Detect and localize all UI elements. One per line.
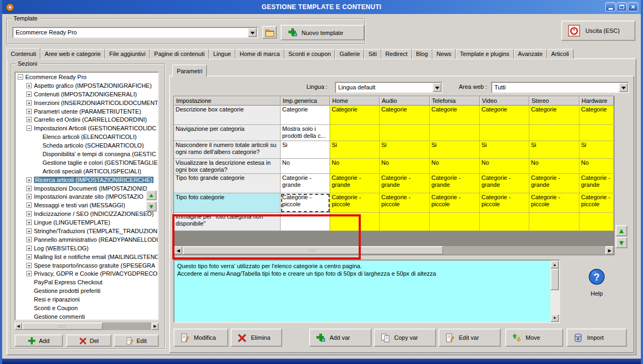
tree-item-stringhe-traduzioni-template-traduzion[interactable]: +Stringhe/Traduzioni (TEMPLATE_TRADUZION (16, 227, 158, 235)
tree-item-contenuti-impostazionigenerali[interactable]: +Contenuti (IMPOSTAZIONIGENERALI) (16, 90, 158, 99)
value-cell[interactable]: Categorie (430, 106, 480, 125)
expand-icon[interactable]: + (26, 228, 32, 234)
generic-value-cell[interactable]: Si (281, 141, 330, 159)
expand-icon[interactable]: + (26, 92, 32, 97)
expand-icon[interactable]: + (26, 194, 32, 199)
expand-icon[interactable]: + (26, 271, 32, 276)
value-cell[interactable]: Categorie - grande (380, 174, 430, 193)
tab-home-di-marca[interactable]: Home di marca (235, 49, 284, 59)
tree-item-log-websitelog[interactable]: +Log (WEBSITELOG) (16, 244, 158, 253)
setting-name-cell[interactable]: Immagine per "foto categoria non disponi… (174, 213, 281, 231)
value-cell[interactable]: Si (529, 141, 579, 159)
value-cell[interactable]: No (579, 159, 614, 174)
expand-icon[interactable]: + (26, 186, 32, 191)
value-cell[interactable] (480, 213, 529, 231)
value-cell[interactable]: Categorie - grande (579, 174, 614, 193)
setting-name-cell[interactable]: Visualizzare la descrizione estesa in og… (174, 159, 281, 174)
value-cell[interactable]: No (380, 159, 430, 174)
close-button[interactable]: × (628, 2, 638, 11)
tree-item-disponibilita-e-tempi-di-consegna-gestic[interactable]: Disponibilita' e tempi di consegna (GEST… (16, 150, 158, 158)
tab-parametri[interactable]: Parametri (172, 65, 207, 76)
tree-item-privacy-gdpr-e-cookie-privacygdprecoc[interactable]: +Privacy, GDPR e Cookie (PRIVACYGDPRECOC (16, 269, 158, 278)
tree-item-impostazioni-documenti-impostazionid[interactable]: +Impostazioni Documenti (IMPOSTAZIONID (16, 184, 158, 193)
copy-var-button[interactable]: Copy var (374, 328, 436, 347)
generic-value-cell[interactable]: Categorie (281, 106, 330, 125)
column-header-video[interactable]: Video (480, 96, 529, 106)
scroll-right-icon[interactable]: ▶ (605, 246, 614, 255)
grid-horizontal-scrollbar[interactable]: ◀ ▶ (174, 246, 614, 255)
tree-item-inserzioni-inserzioniarticolidocument[interactable]: +Inserzioni (INSERZIONIARTICOLIDOCUMENT (16, 99, 158, 107)
value-cell[interactable] (480, 125, 529, 141)
generic-value-cell[interactable]: Categorie - piccole (281, 193, 330, 213)
maximize-button[interactable] (617, 2, 627, 11)
generic-value-cell[interactable]: Categorie - grande (281, 174, 330, 193)
value-cell[interactable]: No (480, 159, 529, 174)
tree-item-mailing-list-e-notifiche-email-mailingli[interactable]: +Mailing list e notifiche email (MAILING… (16, 253, 158, 261)
tree-item-lingue-linguetemplate[interactable]: +Lingue (LINGUETEMPLATE) (16, 218, 158, 227)
scroll-left-icon[interactable]: ◀ (15, 323, 22, 330)
elimina-button[interactable]: Elimina (230, 328, 282, 347)
import-button[interactable]: Import (567, 328, 627, 347)
tree-item-carrello-ed-ordini-carrelloedordini[interactable]: +Carrello ed Ordini (CARRELLOEDORDINI) (16, 115, 158, 124)
value-cell[interactable]: Categorie - piccole (430, 193, 480, 213)
scrollbar-thumb[interactable] (550, 269, 559, 290)
tree-item-ricerca-articoli-impostazioniricerche[interactable]: +Ricerca articoli (IMPOSTAZIONIRICERCHE) (16, 176, 158, 184)
scrollbar-thumb[interactable] (22, 323, 103, 330)
template-combo[interactable]: Ecommerce Ready Pro (12, 27, 258, 38)
scroll-right-icon[interactable]: ▶ (151, 323, 159, 330)
value-cell[interactable]: Categorie - grande (480, 174, 529, 193)
value-cell[interactable]: Categorie (480, 106, 529, 125)
value-cell[interactable] (430, 125, 480, 141)
tree-item-paypal-express-checkout[interactable]: PayPal Express Checkout (16, 278, 158, 286)
minimize-button[interactable] (605, 2, 616, 11)
setting-name-cell[interactable]: Descrizione box categorie (174, 106, 281, 125)
value-cell[interactable]: No (430, 159, 480, 174)
move-up-button[interactable]: ▲ (616, 225, 627, 236)
tree-item-spese-trasporto-incasso-gratuite-spesegr[interactable]: +Spese trasporto/incasso gratuite (SPESE… (16, 261, 158, 270)
move-down-button[interactable]: ▼ (146, 201, 157, 212)
chevron-down-icon[interactable] (432, 83, 442, 92)
modifica-button[interactable]: Modifica (173, 328, 228, 347)
expand-icon[interactable]: + (26, 177, 32, 183)
expand-icon[interactable]: + (26, 263, 32, 268)
expand-icon[interactable]: + (26, 109, 32, 114)
value-cell[interactable]: Categorie - piccole (579, 193, 614, 213)
tree-item-parametri-utente-parametriutente[interactable]: +Parametri utente (PARAMETRIUTENTE) (16, 107, 158, 116)
column-header-imp-generica[interactable]: Imp.generica (281, 96, 330, 106)
tab-news[interactable]: News (432, 49, 456, 59)
collapse-icon[interactable]: − (26, 125, 32, 131)
scrollbar-track[interactable] (443, 246, 605, 255)
new-template-button[interactable]: Nuovo template (281, 25, 365, 40)
expand-icon[interactable]: + (26, 202, 32, 208)
value-cell[interactable]: Categorie (380, 106, 430, 125)
expand-icon[interactable]: + (26, 100, 32, 106)
value-cell[interactable] (579, 125, 614, 141)
value-cell[interactable] (380, 213, 430, 231)
expand-icon[interactable]: + (26, 83, 32, 88)
value-cell[interactable]: Categorie - grande (330, 174, 380, 193)
expand-icon[interactable]: + (26, 237, 32, 242)
delete-section-button[interactable]: Del (66, 334, 111, 347)
tree-item-gestione-taglie-e-colori-gestionetaglie[interactable]: Gestione taglie e colori (GESTIONETAGLIE (16, 158, 158, 167)
move-button[interactable]: Move (505, 328, 563, 347)
setting-name-cell[interactable]: Tipo foto categorie (174, 193, 281, 213)
tab-pagine-di-contenuti[interactable]: Pagine di contenuti (150, 49, 209, 59)
value-cell[interactable] (330, 125, 380, 141)
chevron-down-icon[interactable] (248, 28, 257, 37)
value-cell[interactable]: No (529, 159, 579, 174)
column-header-home[interactable]: Home (330, 96, 380, 106)
generic-value-cell[interactable]: No (281, 159, 330, 174)
setting-name-cell[interactable]: Nascondere il numero totale articoli su … (174, 141, 281, 159)
move-up-button[interactable]: ▲ (146, 190, 157, 200)
scrollbar-track[interactable] (550, 290, 559, 314)
value-cell[interactable] (430, 213, 480, 231)
tab-file-aggiuntivi[interactable]: File aggiuntivi (105, 49, 150, 59)
column-header-telefonia[interactable]: Telefonia (430, 96, 480, 106)
tree-item-elenco-articoli-elencoarticoli[interactable]: Elenco articoli (ELENCOARTICOLI) (16, 132, 158, 141)
column-header-hardware[interactable]: Hardware (579, 96, 614, 106)
value-cell[interactable]: Categorie - piccole (529, 193, 579, 213)
value-cell[interactable]: Categorie (529, 106, 579, 125)
value-cell[interactable]: Categorie (579, 106, 614, 125)
value-cell[interactable]: No (330, 159, 380, 174)
column-header-impostazione[interactable]: Impostazione (174, 96, 281, 106)
